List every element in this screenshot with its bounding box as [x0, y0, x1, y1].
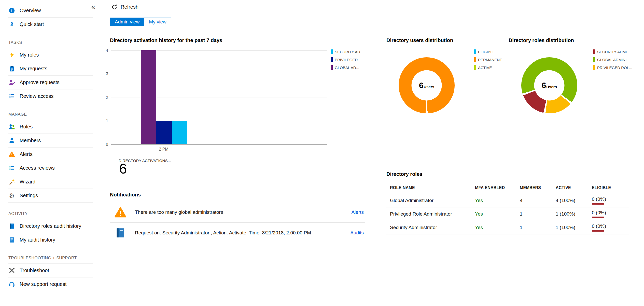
sidebar-item-my-requests[interactable]: My requests: [8, 62, 93, 76]
sidebar-item-label: Review access: [20, 93, 53, 99]
donut-center-unit: Users: [424, 84, 434, 89]
cell-role-name: Privileged Role Administrator: [386, 211, 475, 217]
donut-center: 6 Users: [412, 70, 442, 101]
legend-label: SECURITY ADMI...: [597, 50, 630, 54]
header-role-name: ROLE NAME: [386, 185, 475, 190]
legend-label: SECURITY AD...: [335, 50, 363, 54]
y-axis-tick: 0: [101, 142, 108, 147]
activation-bar-chart: 4 3 2 1 0 2 PM: [111, 50, 327, 144]
legend-chip: [474, 65, 476, 70]
cell-role-name: Global Administrator: [386, 198, 475, 203]
notifications-title: Notifications: [110, 192, 365, 198]
sidebar-item-access-reviews[interactable]: Access reviews: [8, 161, 93, 175]
alerts-icon: [8, 151, 15, 158]
cell-members: 1: [520, 225, 556, 230]
activation-chart-title: Directory activation history for the pas…: [110, 37, 222, 43]
my-requests-icon: [8, 65, 15, 72]
roles-distribution-donut: 6 Users: [521, 57, 577, 113]
header-eligible: ELIGIBLE: [592, 185, 629, 190]
users-distribution-donut: 6 Users: [399, 57, 455, 113]
audit-history-icon: [8, 223, 15, 230]
cell-mfa: Yes: [475, 211, 520, 217]
refresh-icon: [111, 4, 118, 10]
approve-requests-icon: [8, 79, 15, 86]
table-row[interactable]: Privileged Role Administrator Yes 1 1 (1…: [386, 207, 629, 221]
header-members: MEMBERS: [520, 185, 556, 190]
legend-item: PRIVILEGED ...: [331, 57, 365, 62]
troubleshoot-icon: [8, 267, 15, 274]
sidebar-item-overview[interactable]: Overview: [8, 4, 93, 18]
directory-roles-title: Directory roles: [386, 171, 422, 177]
sidebar-item-my-audit-history[interactable]: My audit history: [8, 233, 93, 247]
sidebar-item-roles[interactable]: Roles: [8, 120, 93, 134]
sidebar-item-alerts[interactable]: Alerts: [8, 148, 93, 161]
gear-icon: ⚙: [8, 192, 15, 199]
tab-my-view[interactable]: My view: [144, 18, 171, 26]
legend-label: PRIVILEGED ROL...: [597, 65, 632, 70]
eligible-progress-bar: [592, 230, 604, 232]
warning-triangle-icon: [115, 206, 126, 218]
sidebar-item-label: My requests: [20, 66, 47, 72]
sidebar-item-label: My roles: [20, 52, 39, 58]
sidebar-item-label: Alerts: [20, 151, 33, 157]
sidebar-item-label: Members: [20, 138, 41, 143]
sidebar-section-activity: ACTIVITY: [8, 203, 93, 219]
sidebar-item-troubleshoot[interactable]: Troubleshoot: [8, 264, 93, 277]
sidebar-item-approve-requests[interactable]: Approve requests: [8, 76, 93, 89]
audits-link[interactable]: Audits: [350, 230, 364, 236]
refresh-button[interactable]: Refresh: [111, 4, 138, 10]
alerts-link[interactable]: Alerts: [351, 209, 364, 215]
access-reviews-icon: [8, 165, 15, 171]
legend-chip: [331, 57, 333, 62]
donut-center-value: 6: [419, 81, 423, 90]
sidebar-item-members[interactable]: Members: [8, 134, 93, 148]
table-row[interactable]: Security Administrator Yes 1 1 (100%) 0 …: [386, 221, 629, 234]
roles-distribution-title: Directory roles distribution: [509, 37, 574, 43]
donut-center: 6 Users: [534, 70, 565, 101]
legend-label: ACTIVE: [478, 65, 492, 70]
cell-mfa: Yes: [475, 225, 520, 230]
legend-chip: [331, 65, 333, 70]
sidebar-nav: Overview Quick start TASKS My roles My r…: [0, 4, 100, 291]
sidebar-item-label: Quick start: [20, 21, 44, 27]
sidebar-item-label: Troubleshoot: [20, 268, 49, 273]
view-tabs: Admin view My view: [110, 18, 171, 26]
sidebar-item-quick-start[interactable]: Quick start: [8, 18, 93, 31]
y-axis-tick: 3: [101, 72, 108, 76]
directory-activations-value: 6: [119, 162, 127, 176]
review-access-icon: [8, 93, 15, 100]
eligible-value: 0 (0%): [592, 210, 629, 216]
support-icon: [8, 281, 15, 288]
sidebar-collapse-button[interactable]: «: [91, 3, 95, 10]
members-icon: [8, 137, 15, 144]
pim-overview-page: « Overview Quick start TASKS My roles My…: [0, 0, 644, 306]
sidebar: « Overview Quick start TASKS My roles My…: [0, 0, 100, 306]
sidebar-item-my-roles[interactable]: My roles: [8, 48, 93, 62]
legend-item: PRIVILEGED ROL...: [593, 65, 627, 70]
roles-icon: [8, 123, 15, 130]
cell-eligible: 0 (0%): [592, 223, 629, 232]
wizard-icon: [8, 178, 15, 185]
sidebar-item-wizard[interactable]: Wizard: [8, 175, 93, 189]
sidebar-item-review-access[interactable]: Review access: [8, 89, 93, 103]
table-row[interactable]: Global Administrator Yes 4 4 (100%) 0 (0…: [386, 194, 629, 207]
sidebar-item-label: Overview: [20, 8, 41, 14]
header-mfa-enabled: MFA ENABLED: [475, 185, 520, 190]
x-axis-tick: 2 PM: [149, 147, 178, 152]
legend-item: GLOBAL ADMINI...: [593, 57, 627, 62]
sidebar-item-new-support-request[interactable]: New support request: [8, 277, 93, 291]
legend-chip: [593, 65, 595, 70]
cell-active: 4 (100%): [556, 198, 592, 203]
legend-item: SECURITY ADMI...: [593, 49, 627, 54]
donut-center-unit: Users: [546, 84, 557, 89]
my-audit-icon: [8, 236, 15, 243]
legend-chip: [474, 49, 476, 54]
sidebar-item-label: Access reviews: [20, 165, 55, 171]
header-active: ACTIVE: [556, 185, 592, 190]
sidebar-item-settings[interactable]: ⚙ Settings: [8, 189, 93, 203]
sidebar-item-directory-roles-audit-history[interactable]: Directory roles audit history: [8, 219, 93, 233]
my-roles-icon: [8, 51, 15, 58]
cell-eligible: 0 (0%): [592, 196, 629, 205]
activation-chart-legend: SECURITY AD... PRIVILEGED ... GLOBAL AD.…: [331, 47, 365, 73]
tab-admin-view[interactable]: Admin view: [110, 18, 144, 26]
